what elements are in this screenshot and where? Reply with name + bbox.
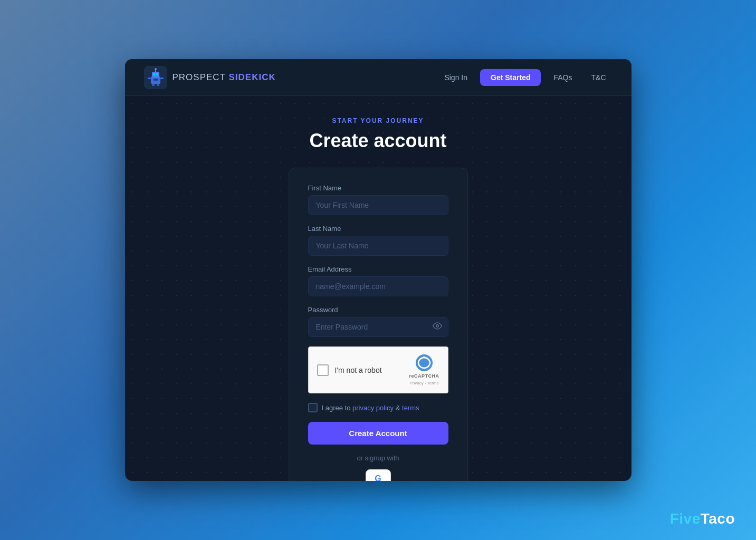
- privacy-policy-link[interactable]: privacy policy: [352, 404, 394, 412]
- svg-point-4: [156, 73, 158, 75]
- terms-row: I agree to privacy policy & terms: [308, 403, 448, 412]
- last-name-input[interactable]: [308, 236, 448, 256]
- svg-point-12: [436, 325, 438, 327]
- terms-checkbox[interactable]: [308, 403, 318, 412]
- email-group: Email Address: [308, 265, 448, 296]
- captcha-checkbox[interactable]: [317, 364, 329, 376]
- logo-area: PROSPECT SIDEKICK: [144, 66, 276, 89]
- password-wrapper: [308, 317, 448, 337]
- logo-text: PROSPECT SIDEKICK: [173, 72, 276, 83]
- or-divider: or signup with: [308, 454, 448, 462]
- fivetaco-highlight: Five: [670, 510, 701, 527]
- svg-rect-7: [148, 78, 151, 79]
- google-icon: G: [375, 474, 381, 481]
- main-content: START YOUR JOURNEY Create account First …: [125, 96, 631, 481]
- captcha-brand-text: reCAPTCHA: [409, 373, 439, 379]
- nav-links: Sign In Get Started FAQs T&C: [438, 69, 612, 86]
- get-started-button[interactable]: Get Started: [480, 69, 541, 86]
- captcha-sub-text: Privacy - Terms: [410, 381, 439, 385]
- password-input[interactable]: [308, 317, 448, 337]
- social-buttons: G: [308, 469, 448, 481]
- tc-link[interactable]: T&C: [585, 70, 613, 85]
- password-toggle-button[interactable]: [433, 321, 442, 333]
- captcha-text: I'm not a robot: [335, 366, 382, 374]
- svg-rect-11: [157, 84, 159, 86]
- fivetaco-watermark: FiveTaco: [670, 510, 735, 527]
- faqs-link[interactable]: FAQs: [547, 70, 578, 85]
- email-input[interactable]: [308, 276, 448, 296]
- svg-point-3: [153, 73, 155, 75]
- svg-rect-10: [152, 84, 155, 86]
- section-subtitle: START YOUR JOURNEY: [332, 117, 424, 124]
- google-signin-button[interactable]: G: [366, 469, 391, 481]
- last-name-group: Last Name: [308, 225, 448, 256]
- sign-in-link[interactable]: Sign In: [438, 70, 474, 85]
- page-title: Create account: [309, 130, 446, 152]
- last-name-label: Last Name: [308, 225, 448, 233]
- terms-link[interactable]: terms: [402, 404, 419, 412]
- svg-point-6: [155, 68, 157, 70]
- create-account-button[interactable]: Create Account: [308, 422, 448, 445]
- app-window: PROSPECT SIDEKICK Sign In Get Started FA…: [125, 59, 631, 481]
- password-label: Password: [308, 306, 448, 314]
- form-card: First Name Last Name Email Address Passw…: [289, 168, 468, 481]
- captcha-right: reCAPTCHA Privacy - Terms: [409, 354, 439, 385]
- svg-rect-8: [160, 78, 164, 79]
- first-name-group: First Name: [308, 184, 448, 215]
- first-name-input[interactable]: [308, 195, 448, 215]
- navbar: PROSPECT SIDEKICK Sign In Get Started FA…: [125, 59, 631, 96]
- captcha-left: I'm not a robot: [317, 364, 382, 376]
- first-name-label: First Name: [308, 184, 448, 192]
- recaptcha-icon: [416, 354, 433, 371]
- captcha-box: I'm not a robot reCAPTCHA Privacy - Term…: [308, 346, 448, 393]
- terms-text: I agree to privacy policy & terms: [322, 404, 419, 412]
- logo-icon: [144, 66, 167, 89]
- password-group: Password: [308, 306, 448, 337]
- email-label: Email Address: [308, 265, 448, 273]
- svg-rect-9: [154, 79, 158, 81]
